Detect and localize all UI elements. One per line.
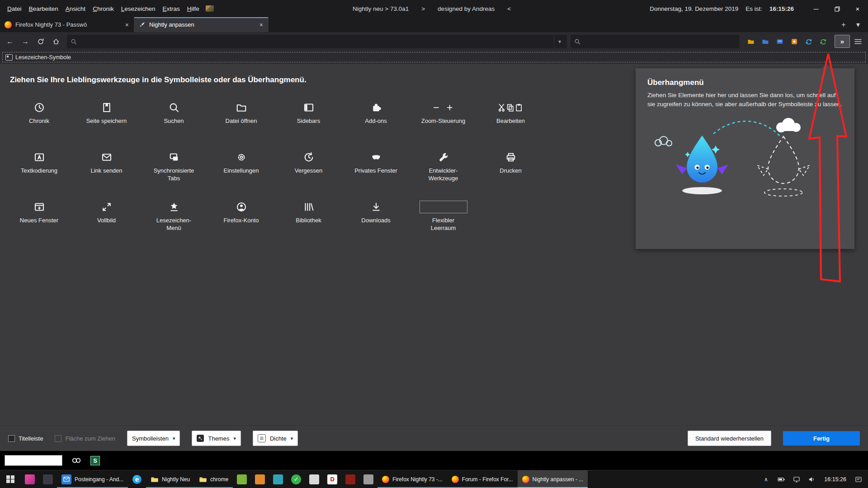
speaker-icon[interactable] <box>805 470 819 488</box>
action-center-icon[interactable] <box>852 470 865 488</box>
battery-icon[interactable] <box>774 470 788 488</box>
tab-nightly-anpassen[interactable]: Nightly anpassen × <box>134 17 269 32</box>
menu-extras[interactable]: Extras <box>159 4 184 14</box>
customize-item-seite-speichern[interactable]: Seite speichern <box>73 100 140 141</box>
new-tab-button[interactable]: + <box>837 19 850 31</box>
customize-item-vollbild[interactable]: Vollbild <box>73 199 140 240</box>
taskbar-icon-green[interactable] <box>233 470 251 488</box>
zoom-controls-icon <box>432 102 455 113</box>
customize-item-firefox-konto[interactable]: Firefox-Konto <box>208 199 275 240</box>
network-icon[interactable] <box>790 470 803 488</box>
customize-item-add-ons[interactable]: Add-ons <box>342 100 410 141</box>
bookmark-item-label[interactable]: Lesezeichen-Symbole <box>15 54 71 61</box>
urlbar-dropdown-icon[interactable]: ▾ <box>554 35 565 48</box>
checkbox-icon[interactable] <box>55 435 61 442</box>
dragspace-checkbox[interactable]: Fläche zum Ziehen <box>55 435 115 442</box>
url-input[interactable] <box>77 34 554 49</box>
customize-item-link-senden[interactable]: Link senden <box>73 150 140 190</box>
customize-item-lesezeichen-menue[interactable]: Lesezeichen-Menü <box>140 199 208 240</box>
bookmark-folder-yellow-icon[interactable] <box>744 35 758 48</box>
taskbar-icon-orange-search[interactable] <box>251 470 269 488</box>
back-button[interactable]: ← <box>3 35 17 48</box>
fullscreen-icon <box>101 201 112 213</box>
customize-item-privates-fenster[interactable]: Privates Fenster <box>342 150 410 190</box>
tab-close-icon[interactable]: × <box>258 21 264 28</box>
customize-item-neues-fenster[interactable]: Neues Fenster <box>5 199 73 240</box>
taskbar-icon-paint[interactable] <box>21 470 39 488</box>
mail-icon <box>61 474 71 484</box>
taskbar-button-forum[interactable]: Forum - Firefox For... <box>447 470 518 488</box>
overflow-chevron-button[interactable]: » <box>835 35 850 48</box>
customize-item-sidebars[interactable]: Sidebars <box>275 100 342 141</box>
minimize-button[interactable]: ─ <box>806 0 826 17</box>
reading-list-icon[interactable] <box>773 35 787 48</box>
customize-item-einstellungen[interactable]: Einstellungen <box>208 150 275 190</box>
menu-hamburger-button[interactable] <box>851 35 865 48</box>
taskbar-icon-teal[interactable] <box>269 470 287 488</box>
customize-item-suchen[interactable]: Suchen <box>140 100 208 141</box>
list-all-tabs-icon[interactable]: ▾ <box>852 19 864 31</box>
taskbar-icon-edge[interactable]: e <box>128 470 146 488</box>
menu-bearbeiten[interactable]: Bearbeiten <box>25 4 62 14</box>
taskbar-icon-gray[interactable] <box>359 470 377 488</box>
taskbar-icon-d-red[interactable]: D <box>323 470 341 488</box>
taskbar-button-firefox-nightly[interactable]: Firefox Nightly 73 -... <box>377 470 447 488</box>
menu-lesezeichen[interactable]: Lesezeichen <box>118 4 159 14</box>
overflow-menu-panel[interactable]: Überhangmenü Ziehen Sie Elemente hier he… <box>636 68 854 249</box>
done-button[interactable]: Fertig <box>783 431 860 446</box>
checkbox-icon[interactable] <box>8 435 15 442</box>
taskbar-button-nightly-anpassen[interactable]: Nightly anpassen - ... <box>518 470 588 488</box>
bookmark-folder-blue-icon[interactable] <box>759 35 772 48</box>
sync-blue-icon[interactable] <box>802 35 816 48</box>
menu-ansicht[interactable]: Ansicht <box>62 4 89 14</box>
customize-item-entwickler-werkzeuge[interactable]: Entwickler-Werkzeuge <box>410 150 477 190</box>
themes-dropdown[interactable]: Themes ▾ <box>192 431 241 446</box>
customize-item-synchronisierte-tabs[interactable]: Synchronisierte Tabs <box>140 150 208 190</box>
sync-green-icon[interactable] <box>816 35 830 48</box>
customize-item-downloads[interactable]: Downloads <box>342 199 410 240</box>
search-bar[interactable] <box>571 35 740 48</box>
tray-expand-chevron-icon[interactable]: ∧ <box>759 470 773 488</box>
s-badge-icon[interactable]: S <box>90 456 100 465</box>
customize-item-drucken[interactable]: Drucken <box>477 150 544 190</box>
deskband-search-input[interactable] <box>5 455 62 466</box>
menu-datei[interactable]: Datei <box>4 4 25 14</box>
taskbar-clock[interactable]: 16:15:26 <box>821 476 850 483</box>
titlebar-checkbox[interactable]: Titelleiste <box>8 435 43 442</box>
customize-item-datei-oeffnen[interactable]: Datei öffnen <box>208 100 275 141</box>
extension-orange-icon[interactable] <box>788 35 801 48</box>
customize-item-bearbeiten[interactable]: Bearbeiten <box>477 100 544 141</box>
restore-defaults-button[interactable]: Standard wiederherstellen <box>688 431 771 446</box>
customize-item-chronik[interactable]: Chronik <box>5 100 73 141</box>
drag-illustration <box>646 115 844 207</box>
close-button[interactable]: × <box>847 0 868 17</box>
home-button[interactable] <box>49 35 63 48</box>
taskbar-button-mail[interactable]: Posteingang - And... <box>57 470 128 488</box>
density-dropdown[interactable]: Dichte ▾ <box>253 431 298 446</box>
taskbar-button-nightly-folder[interactable]: Nightly Neu <box>146 470 194 488</box>
customize-item-vergessen[interactable]: Vergessen <box>275 150 342 190</box>
customize-item-zoom-steuerung[interactable]: Zoom-Steuerung <box>410 100 477 141</box>
restore-button[interactable] <box>826 0 847 17</box>
tab-firefox-nightly[interactable]: Firefox Nightly 73 - Passwö × <box>0 17 134 32</box>
goggles-icon[interactable] <box>71 457 81 464</box>
toolbars-dropdown[interactable]: Symbolleisten ▾ <box>127 431 180 446</box>
bookmarks-drop-zone[interactable]: Lesezeichen-Symbole <box>2 52 866 62</box>
taskbar-icon-photos[interactable] <box>39 470 57 488</box>
search-input[interactable] <box>580 34 736 49</box>
customize-footer: Titelleiste Fläche zum Ziehen Symbolleis… <box>0 425 868 451</box>
menu-chronik[interactable]: Chronik <box>89 4 118 14</box>
url-bar[interactable]: ▾ <box>67 35 567 48</box>
taskbar-button-chrome-folder[interactable]: chrome <box>194 470 233 488</box>
tab-close-icon[interactable]: × <box>124 21 130 28</box>
reload-button[interactable] <box>33 35 48 48</box>
taskbar-icon-white[interactable] <box>305 470 323 488</box>
customize-item-flexibler-leerraum[interactable]: Flexibler Leerraum <box>410 199 477 240</box>
start-button[interactable] <box>0 470 21 488</box>
customize-item-textkodierung[interactable]: Textkodierung <box>5 150 73 190</box>
menu-hilfe[interactable]: Hilfe <box>184 4 203 14</box>
taskbar-icon-darkred[interactable] <box>341 470 359 488</box>
taskbar-icon-green-check[interactable]: ✓ <box>287 470 305 488</box>
forward-button[interactable]: → <box>18 35 33 48</box>
customize-item-bibliothek[interactable]: Bibliothek <box>275 199 342 240</box>
